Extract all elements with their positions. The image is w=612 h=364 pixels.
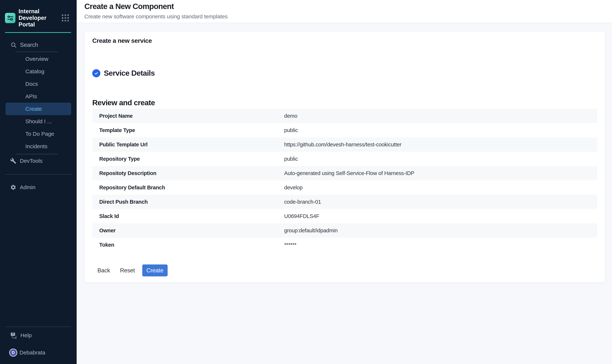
field-label: Repository Default Branch	[92, 184, 284, 191]
field-row: Slack IdU0694FDLS4F	[92, 209, 597, 223]
field-row: Ownergroup:default/idpadmin	[92, 223, 597, 238]
sidebar-item-help[interactable]: ? Help	[0, 329, 77, 342]
field-row: Project Namedemo	[92, 109, 597, 123]
field-row: Token******	[92, 238, 597, 252]
field-row: Public Template Urlhttps://github.com/de…	[92, 137, 597, 152]
page-header: Create a New Component Create new softwa…	[77, 0, 612, 23]
field-row: Template Typepublic	[92, 123, 597, 137]
field-label: Owner	[92, 228, 284, 234]
field-label: Template Type	[92, 127, 284, 133]
create-service-card: Create a new service Service Details Rev…	[85, 32, 605, 283]
avatar: D	[9, 349, 17, 357]
review-title: Review and create	[92, 99, 597, 106]
sidebar-item-devtools[interactable]: DevTools	[0, 155, 77, 167]
user-menu[interactable]: D Debabrata	[0, 346, 77, 359]
app-title: Internal Developer Portal	[19, 8, 60, 28]
sidebar-item-create[interactable]: Create	[5, 103, 71, 115]
divider	[15, 52, 58, 52]
review-table: Project NamedemoTemplate TypepublicPubli…	[92, 109, 597, 252]
wrench-icon	[10, 158, 16, 164]
field-label: Token	[92, 242, 284, 248]
field-value: U0694FDLS4F	[284, 213, 597, 219]
stepper-step-service-details[interactable]: Service Details	[92, 69, 597, 78]
divider	[15, 154, 58, 154]
gear-icon	[10, 184, 16, 190]
field-value: develop	[284, 184, 597, 191]
field-label: Repositoty Description	[92, 170, 284, 176]
divider	[5, 174, 71, 175]
devtools-label: DevTools	[20, 158, 42, 164]
field-label: Project Name	[92, 113, 284, 119]
sidebar: Internal Developer Portal Search Overvie…	[0, 0, 77, 364]
field-value: Auto-generated using Self-Service-Flow o…	[284, 170, 597, 176]
create-button[interactable]: Create	[142, 264, 168, 276]
sidebar-item-overview[interactable]: Overview	[5, 53, 71, 65]
field-value: ******	[284, 242, 597, 248]
logo-divider	[5, 32, 71, 33]
field-value: group:default/idpadmin	[284, 228, 597, 234]
page-subtitle: Create new software components using sta…	[84, 13, 612, 20]
card-title: Create a new service	[92, 37, 597, 44]
app-logo-icon[interactable]	[5, 13, 15, 23]
sidebar-item-should-i[interactable]: Should I ...	[5, 115, 71, 128]
field-value: public	[284, 156, 597, 162]
user-name: Debabrata	[19, 350, 45, 356]
reset-button[interactable]: Reset	[117, 265, 138, 276]
logo-row: Internal Developer Portal	[0, 0, 77, 28]
field-value: https://github.com/devesh-harness/test-c…	[284, 142, 597, 148]
field-label: Slack Id	[92, 213, 284, 219]
divider	[5, 326, 71, 327]
svg-text:?: ?	[12, 333, 14, 336]
admin-label: Admin	[20, 184, 36, 190]
step-complete-check-icon	[92, 69, 100, 77]
help-label: Help	[20, 332, 32, 338]
sidebar-nav: OverviewCatalogDocsAPIsCreateShould I ..…	[0, 53, 77, 153]
sidebar-item-admin[interactable]: Admin	[0, 181, 77, 194]
field-row: Repository Typepublic	[92, 152, 597, 166]
field-value: code-branch-01	[284, 199, 597, 205]
field-row: Direct Push Branchcode-branch-01	[92, 195, 597, 209]
sidebar-item-to-do-page[interactable]: To Do Page	[5, 128, 71, 140]
page-title: Create a New Component	[84, 2, 612, 11]
apps-grid-icon[interactable]	[62, 14, 69, 22]
field-value: public	[284, 127, 597, 133]
step-label: Service Details	[104, 69, 155, 78]
field-label: Repository Type	[92, 156, 284, 162]
content: Create a new service Service Details Rev…	[77, 23, 612, 364]
help-icon: ?	[10, 332, 17, 339]
field-label: Direct Push Branch	[92, 199, 284, 205]
main-area: Create a New Component Create new softwa…	[77, 0, 612, 364]
sidebar-item-apis[interactable]: APIs	[5, 90, 71, 103]
field-label: Public Template Url	[92, 142, 284, 148]
button-row: Back Reset Create	[94, 264, 597, 276]
field-value: demo	[284, 113, 597, 119]
field-row: Repository Default Branchdevelop	[92, 180, 597, 195]
search-label: Search	[20, 42, 38, 48]
sidebar-search[interactable]: Search	[0, 41, 77, 49]
sidebar-item-incidents[interactable]: Incidents	[5, 140, 71, 153]
back-button[interactable]: Back	[94, 265, 113, 276]
search-icon	[11, 42, 17, 48]
field-row: Repositoty DescriptionAuto-generated usi…	[92, 166, 597, 180]
sidebar-item-catalog[interactable]: Catalog	[5, 65, 71, 78]
sidebar-item-docs[interactable]: Docs	[5, 78, 71, 90]
